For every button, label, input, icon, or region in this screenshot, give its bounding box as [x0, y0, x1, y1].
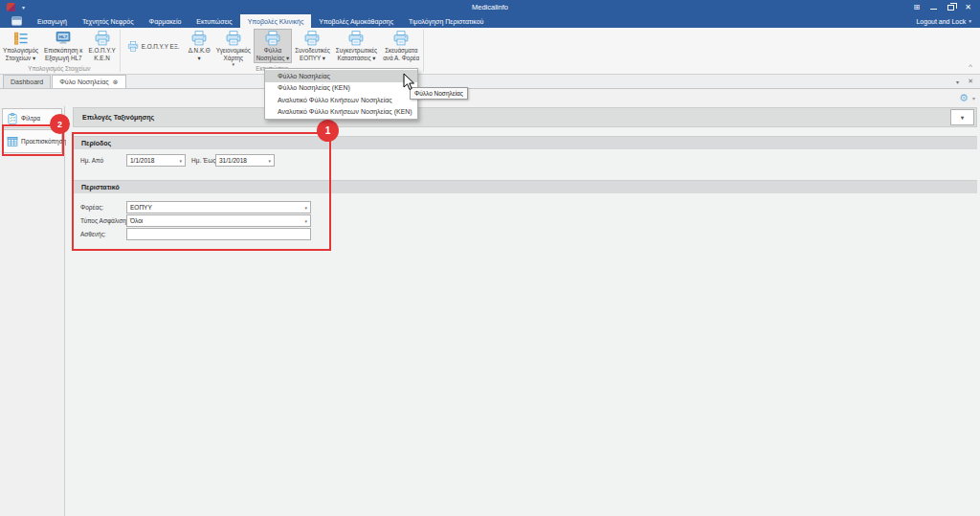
- table-preview-icon: [7, 136, 18, 147]
- date-from-combo[interactable]: 1/1/2018 ▾: [126, 154, 186, 167]
- printer-icon: [127, 41, 139, 52]
- ribbon-button-eopyy-ken[interactable]: Ε.Ο.Π.Υ.Υ Κ.Ε.Ν: [85, 29, 118, 63]
- tab-close-icon[interactable]: ⊗: [113, 79, 119, 86]
- chevron-down-icon: ▾: [176, 158, 182, 164]
- list-icon: [12, 31, 30, 46]
- ribbon-button-sygkentrotikes-katastaseis[interactable]: Συγκεντρωτικές Καταστάσεις ▾: [333, 29, 380, 63]
- file-menu-icon: [11, 16, 23, 26]
- entity-value: ΕΟΠΥΥ: [130, 204, 152, 211]
- hl7-monitor-icon: [55, 31, 72, 46]
- titlebar: ▾ Medicalinfo ⊞ ✕: [0, 0, 980, 14]
- window-style-icon[interactable]: ⊞: [914, 3, 921, 11]
- sidebar-item-filters[interactable]: Φίλτρα: [2, 108, 62, 128]
- button-label-line: ΕΟΠΥΥ ▾: [300, 55, 325, 62]
- printer-icon: [190, 31, 208, 46]
- ribbon-button-skeyasmata-ana-forea[interactable]: Σκευάσματα ανά Α. Φορέα: [380, 29, 422, 63]
- date-from-value: 1/1/2018: [130, 157, 154, 164]
- tab-label: Φύλο Νοσηλείας: [59, 79, 108, 85]
- ribbon-group-separator: [423, 30, 424, 72]
- logout-dropdown-icon: ▾: [969, 18, 971, 24]
- ribbon-button-episkopisi-exagogi-hl7[interactable]: Επισκόπηση κ Εξαγωγή HL7: [41, 29, 85, 63]
- menu-tab-ektyposeis[interactable]: Εκτυπώσεις: [189, 14, 239, 28]
- sidebar: Φίλτρα Προεπισκόπηση: [0, 106, 65, 516]
- ribbon-button-dnkth[interactable]: Δ.Ν.Κ.Θ ▾: [186, 29, 213, 63]
- menu-tab-ypovoles-aimokatharsis[interactable]: Υποβολές Αιμοκάθαρσης: [311, 14, 401, 28]
- ribbon-button-fylla-nosileias[interactable]: Φύλλα Νοσηλείας ▾: [254, 29, 292, 63]
- sidebar-item-label: Προεπισκόπηση: [21, 138, 66, 145]
- button-label-line: Υπολογισμός: [3, 47, 38, 55]
- chevron-down-icon: ▾: [265, 158, 271, 164]
- insurance-type-value: Όλοι: [130, 217, 143, 224]
- button-label-line: ανά Α. Φορέα: [383, 55, 419, 62]
- ribbon-group-calc: Υπολογισμός Στοιχείων ▾ Επισκόπηση κ Εξα…: [0, 28, 119, 74]
- date-to-value: 31/1/2018: [219, 157, 247, 164]
- button-label-line: Νοσηλείας ▾: [256, 55, 289, 62]
- date-to-combo[interactable]: 31/1/2018 ▾: [215, 154, 275, 167]
- ribbon: Υπολογισμός Στοιχείων ▾ Επισκόπηση κ Εξα…: [0, 28, 980, 75]
- date-from-label: Ημ. Από: [80, 157, 103, 164]
- restore-icon[interactable]: [947, 5, 954, 11]
- menubar: Εισαγωγή Τεχνητός Νεφρός Φαρμακείο Εκτυπ…: [0, 14, 980, 28]
- section-header-period: Περίοδος: [73, 136, 977, 149]
- logout-and-lock-button[interactable]: Logout and Lock ▾: [916, 14, 980, 28]
- button-label-line: Επισκόπηση κ: [44, 47, 82, 55]
- sort-options-bar: Επιλογές Ταξινόμησης ▾: [73, 107, 977, 127]
- button-label: Ε.Ο.Π.Υ.Υ ΕΞ.: [142, 43, 180, 50]
- menu-item-analytiko-fyllo[interactable]: Αναλυτικό Φύλλο Κινήσεων Νοσηλείας: [265, 94, 417, 106]
- insurance-type-combo[interactable]: Όλοι ▾: [126, 214, 311, 227]
- document-tab-bar: Dashboard Φύλο Νοσηλείας ⊗ ▾ ✕: [0, 75, 980, 89]
- button-label-line: Υγειονομικός: [216, 47, 251, 55]
- window-controls: ⊞ ✕: [914, 3, 975, 11]
- minimize-icon[interactable]: [930, 9, 937, 10]
- menu-tab-texnitos-nefros[interactable]: Τεχνητός Νεφρός: [75, 14, 142, 28]
- menu-item-fyllo-nosileias[interactable]: Φύλλο Νοσηλείας: [265, 70, 417, 82]
- doc-tab-dashboard[interactable]: Dashboard: [3, 75, 51, 88]
- chevron-down-icon: ▾: [301, 205, 307, 211]
- file-menu-button[interactable]: [0, 14, 30, 28]
- button-label-line: Συγκεντρωτικές: [336, 47, 377, 55]
- tab-bar-controls: ▾ ✕: [956, 75, 980, 88]
- ribbon-group-separator: [120, 30, 121, 72]
- close-icon[interactable]: ✕: [965, 3, 971, 11]
- tab-list-dropdown-icon[interactable]: ▾: [956, 79, 959, 85]
- fylla-nosileias-dropdown-menu: Φύλλο Νοσηλείας Φύλλο Νοσηλείας (ΚΕΝ) Αν…: [264, 68, 418, 120]
- menu-item-fyllo-nosileias-ken[interactable]: Φύλλο Νοσηλείας (ΚΕΝ): [265, 82, 417, 95]
- clipboard-filter-icon: [7, 113, 18, 124]
- sidebar-item-preview[interactable]: Προεπισκόπηση: [2, 129, 62, 153]
- menu-item-analytiko-fyllo-ken[interactable]: Αναλυτικό Φύλλο Κινήσεων Νοσηλείας (ΚΕΝ): [265, 106, 417, 119]
- sort-options-dropdown-button[interactable]: ▾: [950, 109, 974, 125]
- printer-icon: [347, 31, 365, 46]
- button-label-line: Εξαγωγή HL7: [45, 55, 82, 62]
- ribbon-group-label-ypologismos: Υπολογισμός Στοιχείων: [0, 63, 119, 74]
- menu-tab-ypovoles-klinikis[interactable]: Υποβολές Κλινικής: [240, 14, 312, 28]
- ribbon-button-eopyy-ex[interactable]: Ε.Ο.Π.Υ.Υ ΕΞ.: [122, 39, 186, 54]
- section-header-case: Περιστατικό: [73, 180, 977, 193]
- main-panel: Επιλογές Ταξινόμησης ▾ Περίοδος Ημ. Από …: [66, 106, 980, 516]
- ribbon-button-ypologismos-stoixeion[interactable]: Υπολογισμός Στοιχείων ▾: [0, 29, 41, 63]
- entity-combo[interactable]: ΕΟΠΥΥ ▾: [126, 201, 311, 213]
- printer-icon: [392, 31, 410, 46]
- button-label-line: Στοιχείων ▾: [6, 55, 35, 62]
- logout-label: Logout and Lock: [916, 18, 966, 25]
- gear-icon[interactable]: ⚙: [959, 93, 969, 103]
- menu-tab-farmakeio[interactable]: Φαρμακείο: [142, 14, 189, 28]
- tab-label: Dashboard: [11, 79, 43, 85]
- menu-tab-eisagogi[interactable]: Εισαγωγή: [30, 14, 75, 28]
- tab-bar-close-icon[interactable]: ✕: [968, 78, 973, 85]
- doc-tab-fylo-nosileias[interactable]: Φύλο Νοσηλείας ⊗: [52, 75, 125, 88]
- patient-input[interactable]: [126, 228, 311, 240]
- button-label-line: Φύλλα: [264, 47, 281, 55]
- ribbon-button-synodeytikes-eopyy[interactable]: Συνοδευτικές ΕΟΠΥΥ ▾: [292, 29, 333, 63]
- date-to-label: Ημ. Έως:: [191, 157, 217, 164]
- entity-label: Φορέας:: [80, 204, 103, 211]
- menu-tab-timologisi-peristatikou[interactable]: Τιμολόγηση Περιστατικού: [401, 14, 491, 28]
- tooltip: Φύλλο Νοσηλείας: [410, 87, 468, 100]
- sidebar-item-label: Φίλτρα: [21, 115, 40, 122]
- panel-dropdown-icon[interactable]: ▾: [972, 95, 975, 101]
- insurance-type-label: Τύπος Ασφάλισης:: [80, 217, 131, 224]
- chevron-down-icon: ▾: [301, 218, 307, 224]
- collapse-ribbon-icon[interactable]: ^: [969, 63, 972, 71]
- mouse-cursor-icon: [403, 73, 415, 91]
- ribbon-button-ygeionomikos-xartis[interactable]: Υγειονομικός Χάρτης ▾: [213, 29, 254, 63]
- panel-strip: ⚙ ▾: [0, 89, 980, 106]
